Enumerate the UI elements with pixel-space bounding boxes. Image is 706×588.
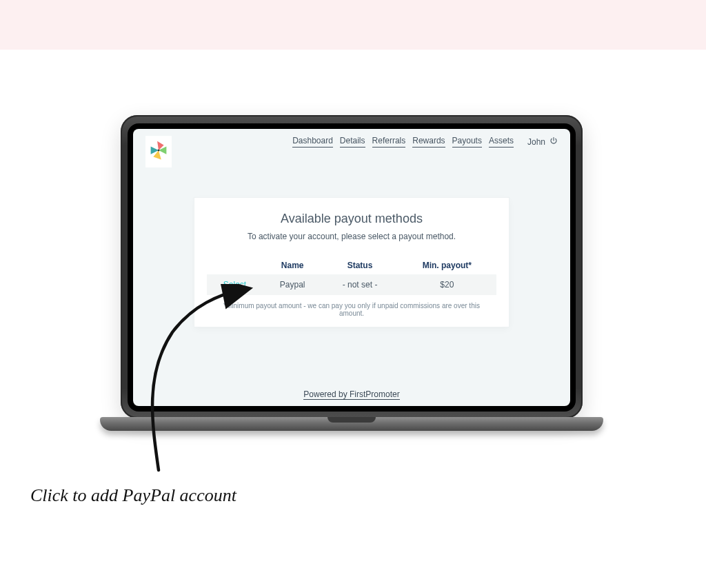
payout-table: Name Status Min. payout* Select Paypal -… xyxy=(207,256,496,295)
powered-by-link[interactable]: Powered by FirstPromoter xyxy=(303,389,399,400)
cell-name: Paypal xyxy=(263,274,322,295)
stage: Dashboard Details Referrals Rewards Payo… xyxy=(0,50,706,588)
app-screen: Dashboard Details Referrals Rewards Payo… xyxy=(133,129,570,406)
pink-banner xyxy=(0,0,706,50)
pinwheel-logo-icon xyxy=(145,136,172,170)
laptop-frame: Dashboard Details Referrals Rewards Payo… xyxy=(100,115,603,474)
col-action xyxy=(207,256,263,274)
select-payout-link[interactable]: Select xyxy=(223,280,246,290)
panel-subtitle: To activate your account, please select … xyxy=(207,232,496,241)
col-minpayout: Min. payout* xyxy=(398,256,496,274)
user-name: John xyxy=(527,137,545,147)
payout-methods-panel: Available payout methods To activate you… xyxy=(194,198,509,327)
panel-footnote: *Minimum payout amount - we can pay you … xyxy=(211,302,492,317)
panel-title: Available payout methods xyxy=(207,212,496,226)
nav-details[interactable]: Details xyxy=(340,136,365,148)
nav-rewards[interactable]: Rewards xyxy=(412,136,445,148)
laptop-notch xyxy=(327,417,376,423)
power-icon xyxy=(549,136,558,147)
nav-dashboard[interactable]: Dashboard xyxy=(292,136,333,148)
nav-assets[interactable]: Assets xyxy=(489,136,514,148)
col-status: Status xyxy=(322,256,397,274)
user-menu[interactable]: John xyxy=(527,136,558,147)
annotation-caption: Click to add PayPal account xyxy=(30,485,236,506)
col-name: Name xyxy=(263,256,322,274)
table-row: Select Paypal - not set - $20 xyxy=(207,274,496,295)
nav-referrals[interactable]: Referrals xyxy=(372,136,406,148)
cell-min: $20 xyxy=(398,274,496,295)
svg-point-1 xyxy=(158,150,160,152)
main-nav: Dashboard Details Referrals Rewards Payo… xyxy=(292,136,558,148)
nav-payouts[interactable]: Payouts xyxy=(452,136,482,148)
cell-status: - not set - xyxy=(322,274,397,295)
powered-by: Powered by FirstPromoter xyxy=(133,381,570,406)
topbar: Dashboard Details Referrals Rewards Payo… xyxy=(133,129,570,170)
